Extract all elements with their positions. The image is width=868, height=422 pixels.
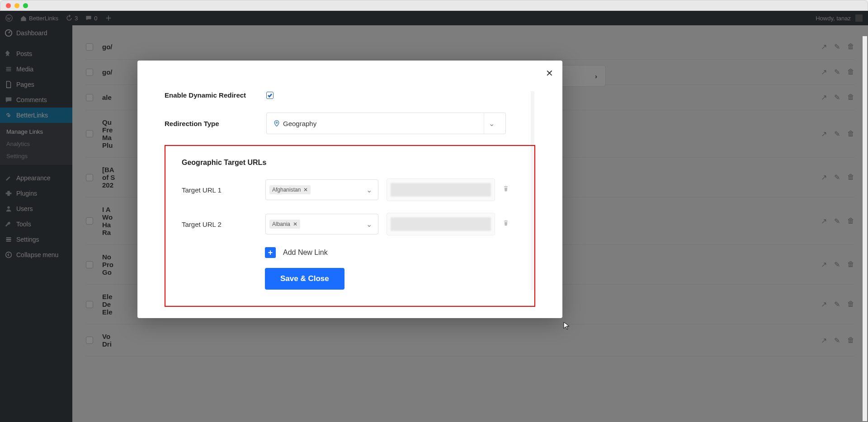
- mac-titlebar: [0, 0, 868, 11]
- target-url-label: Target URL 2: [182, 220, 265, 228]
- add-new-link-label: Add New Link: [283, 249, 328, 257]
- mac-min-dot[interactable]: [14, 3, 19, 8]
- delete-target-button[interactable]: [502, 220, 509, 229]
- geo-targets-title: Geographic Target URLs: [182, 159, 518, 167]
- enable-redirect-label: Enable Dynamic Redirect: [165, 91, 266, 99]
- check-icon: [267, 93, 273, 98]
- enable-redirect-checkbox[interactable]: [266, 92, 274, 99]
- mac-max-dot[interactable]: [23, 3, 28, 8]
- dynamic-redirect-modal: ✕ Enable Dynamic Redirect Redirection Ty…: [137, 61, 562, 318]
- country-tag: Albania✕: [269, 220, 300, 229]
- target-url-row: Target URL 2Albania✕⌄: [182, 213, 518, 235]
- mac-close-dot[interactable]: [6, 3, 11, 8]
- save-close-button[interactable]: Save & Close: [265, 268, 344, 290]
- country-tag: Afghanistan✕: [269, 185, 311, 194]
- chevron-down-icon: ⌄: [484, 113, 499, 134]
- pin-location-icon: [273, 120, 280, 127]
- svg-point-5: [276, 122, 277, 123]
- delete-target-button[interactable]: [502, 185, 509, 194]
- target-url-label: Target URL 1: [182, 186, 265, 194]
- redirection-type-select[interactable]: Geography ⌄: [266, 113, 506, 134]
- remove-tag-icon[interactable]: ✕: [303, 187, 308, 193]
- add-new-link-button[interactable]: + Add New Link: [265, 247, 518, 258]
- chevron-down-icon: ⌄: [363, 186, 375, 194]
- mouse-cursor: [563, 322, 570, 331]
- target-url-row: Target URL 1Afghanistan✕⌄: [182, 178, 518, 201]
- country-select[interactable]: Afghanistan✕⌄: [265, 179, 378, 200]
- page-scrollbar[interactable]: [863, 36, 867, 421]
- remove-tag-icon[interactable]: ✕: [293, 221, 297, 227]
- plus-icon: +: [265, 247, 276, 258]
- target-url-input[interactable]: [387, 213, 495, 235]
- geo-targets-highlight: Geographic Target URLs Target URL 1Afgha…: [165, 145, 535, 307]
- country-select[interactable]: Albania✕⌄: [265, 214, 378, 234]
- target-url-input[interactable]: [387, 178, 495, 201]
- modal-close-button[interactable]: ✕: [546, 68, 553, 79]
- redirection-type-label: Redirection Type: [165, 120, 266, 127]
- redirection-type-value: Geography: [283, 120, 316, 127]
- chevron-down-icon: ⌄: [363, 220, 375, 229]
